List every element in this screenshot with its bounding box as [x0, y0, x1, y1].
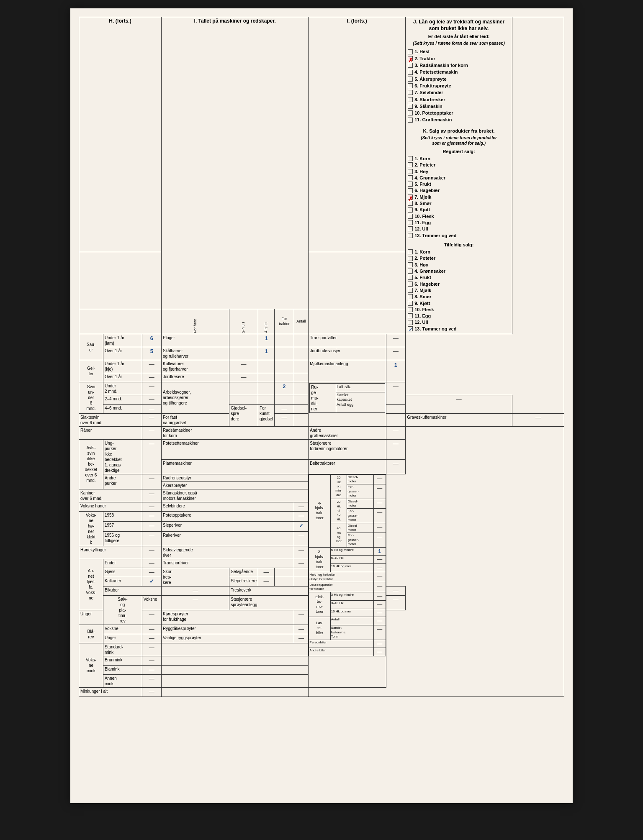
val-ploger-2h: 1 [258, 334, 274, 347]
val-stasjonaerproy: — [386, 596, 405, 610]
label-solvrev: Sølv-ogpla-tina-rev [103, 596, 142, 625]
val-brunmink: — [142, 656, 161, 666]
val-arbvogner-2h [258, 382, 274, 395]
k-occ-12: 12. Ull [407, 319, 510, 325]
label-blaarev-unger: Unger [103, 634, 142, 643]
val-2hjuls-10hk: — [373, 564, 386, 572]
label-slaktesvin: Slaktesvinover 6 mnd. [79, 413, 142, 426]
k-occ-13: ✓ 13. Tømmer og ved [407, 326, 510, 332]
label-transportriver: Transportriver [162, 559, 294, 568]
section-k: K. Salg av produkter fra bruket. (Sett k… [407, 128, 510, 332]
col-antall: Antall [294, 309, 309, 334]
label-elekt-10hk: 10 Hk og mer [330, 609, 373, 617]
label-blaarev: Blå-rev [79, 625, 103, 643]
val-fastgjod-trak [386, 413, 405, 426]
k-occ-checkbox-8 [408, 294, 413, 299]
val-slepetresk-2h [275, 577, 294, 586]
label-forgasser-1: For-gasser-motor [347, 484, 374, 499]
label-sauer: Sau-er [79, 334, 103, 360]
val-blaarev-voksne: — [142, 625, 161, 634]
val-honer1957: — [142, 521, 161, 531]
val-kultiv-hest: — [229, 360, 258, 373]
val-elekt-10hk: — [373, 609, 386, 617]
val-diesel-3: — [373, 523, 386, 533]
val-raner: — [142, 426, 161, 439]
val2-arbvogner-4h [275, 395, 294, 404]
k-reg-checkbox-5 [408, 182, 413, 187]
k-reg-4: 4. Grønnsaker [407, 175, 510, 181]
row-andrepurker-radren: Andrepurker — Radrenseutstyr 4-hjuls-tra… [79, 474, 564, 481]
section-j: J. Lån og leie av trekkraft og maskiner … [407, 19, 510, 123]
label-honer1956: 1956 ogtidligere [103, 532, 142, 546]
val-ryggtaake: — [294, 625, 309, 634]
row-raner-radsaa: Råner — Radsåmaskinerfor korn Andregrøft… [79, 426, 564, 439]
label-kaniner: Kaninerover 6 mnd. [79, 489, 142, 502]
val-ploger-trak [294, 334, 309, 347]
label-rugemaskiner: Ru-ge-ma-ski-ner [310, 383, 336, 412]
j-checkbox-10 [408, 110, 413, 115]
k-reg-checkbox-1 [408, 156, 413, 161]
i-forts-subheader [309, 252, 406, 309]
section-k-title: K. Salg av produkter fra bruket. [407, 128, 510, 134]
label-antall-last: Antall [330, 617, 373, 625]
val-sauer-over1: 5 [142, 347, 161, 360]
label-forgasser-3: For-gasser-motor [347, 533, 374, 547]
val-andregroefte: — [386, 426, 405, 439]
val-solvrev-voksne: — [162, 596, 229, 610]
val-2hjuls-5hk: 1 [373, 547, 386, 556]
label-blaamink: Blåmink [103, 666, 142, 675]
label-elekt-3hk: 3 Hk og mindre [330, 592, 373, 600]
label-diesel-2: Diesel-motor [347, 499, 374, 509]
label-kalkuner: Kalkuner [103, 577, 142, 586]
row-avlssvin1-potetset: Avls-svinikkebe-dekketover 6mnd. Ung-pur… [79, 439, 564, 460]
j-item-1: 1. Hest [407, 49, 510, 54]
k-occ-checkbox-9 [408, 301, 413, 306]
val-gjodsel1-trak [386, 404, 405, 413]
label-sauer-over1: Over 1 år [103, 347, 142, 360]
spacer-mink4 [162, 674, 309, 687]
val-samlet-last: — [373, 625, 386, 640]
label-kultivatorer: Kultivatorerog fjærharver [162, 360, 229, 373]
label-jordbruksvinsjer: Jordbruksvinsjer [309, 347, 386, 360]
val-kaniner: — [142, 489, 161, 502]
val-gjess: — [142, 568, 161, 577]
val-sleperiver: ✓ [294, 521, 309, 531]
label-svin-under6: Svinun-der6mnd. [79, 382, 103, 413]
val-gjodsel1-2h [294, 404, 309, 413]
val-geiter-over1: — [142, 373, 161, 382]
label-rugemaskiner-group: Ru-ge-ma-ski-ner I alt stk. Samletkapasi… [309, 382, 386, 426]
val-rugemaskiner2: — [406, 395, 512, 413]
val-slaktesvin: — [142, 413, 161, 426]
val-fastgjod-hest: — [275, 413, 294, 426]
val-andrepurker: — [142, 474, 161, 489]
label-honer1958: 1958 [103, 511, 142, 521]
label-svin-2-4: 2–4 mnd. [103, 395, 142, 404]
val-diesel-1: — [373, 474, 386, 484]
label-diesel-1: Diesel-motor [347, 474, 374, 484]
label-10hk-mer: 10 Hk og mer [330, 564, 373, 572]
label-potetopptakere: Potetopptakere [162, 511, 294, 521]
val-2hjuls-5-10hk: — [373, 556, 386, 564]
j-checkbox-3 [408, 63, 413, 68]
k-reg-checkbox-4 [408, 175, 413, 180]
label-raner: Råner [79, 426, 142, 439]
val2-arbvogner-trak [294, 395, 309, 404]
label-honer1957: 1957 [103, 521, 142, 531]
k-occ-8: 8. Smør [407, 294, 510, 300]
occasional-sale-label: Tilfeldig salg: [407, 242, 510, 248]
k-reg-checkbox-9 [408, 207, 413, 213]
label-solvrev-voksne: Voksne [142, 596, 161, 610]
section-i-header: I. Tallet på maskiner og redskaper. [162, 17, 309, 309]
k-occ-checkbox-6 [408, 282, 413, 287]
label-20hk-gruppe: 20Hkogmin-dre [330, 474, 347, 499]
i-forts-antall-col [309, 309, 406, 334]
label-minkunger: Minkunger i alt [79, 687, 142, 697]
spacer-mink2 [162, 656, 309, 666]
val-skalharver-trak [294, 347, 309, 360]
k-occ-checkbox-13: ✓ [408, 326, 413, 331]
tractors-section: 4-hjuls-trak-torer 20Hkogmin-dre Diesel-… [309, 474, 386, 687]
regular-sale-label: Regulært salg: [407, 149, 510, 154]
label-annetfjorfe: An-netfjær-fe.Voks-ne [79, 559, 103, 610]
k-reg-11: 11. Egg [407, 220, 510, 225]
k-occ-9: 9. Kjøtt [407, 300, 510, 306]
